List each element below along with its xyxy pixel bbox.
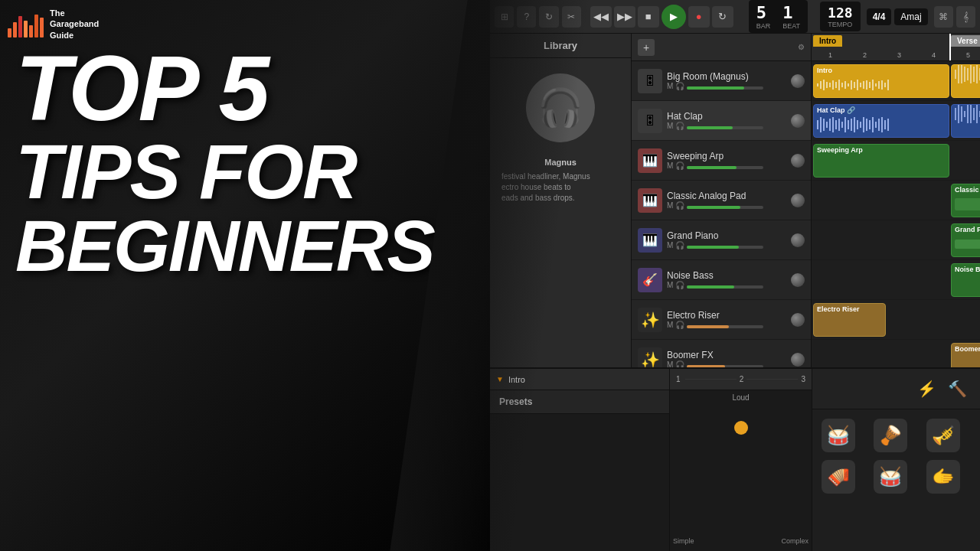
cycle-button[interactable]: ↻ [712, 6, 733, 28]
track-controls-noise-bass: M 🎧 [667, 281, 786, 289]
track-row[interactable]: 🎹 Grand Piano M 🎧 [632, 220, 811, 260]
svg-rect-7 [838, 80, 840, 90]
bottom-right-toolbar: ⚡ 🔨 [812, 369, 980, 409]
svg-rect-10 [848, 83, 849, 86]
clip-row-hat-clap: Hat Clap 🔗 [812, 101, 980, 141]
track-volume-fill [687, 206, 740, 209]
track-mute-btn[interactable]: M [667, 161, 673, 170]
clip-noise-bass-verse[interactable]: Noise Bass [951, 263, 980, 297]
clip-big-room-intro[interactable]: Intro [813, 64, 949, 98]
track-solo-btn[interactable]: 🎧 [675, 321, 684, 329]
instrument-icon-4[interactable]: 🪗 [822, 460, 855, 494]
track-row[interactable]: ✨ Boomer FX M 🎧 [632, 340, 811, 367]
clip-analog-pad-verse[interactable]: Classic Analog Pad [951, 184, 980, 217]
track-solo-btn[interactable]: 🎧 [675, 201, 684, 210]
record-button[interactable]: ● [688, 6, 710, 28]
clip-grand-piano-verse[interactable]: Grand Piano [951, 223, 980, 257]
rewind-button[interactable]: ◀◀ [590, 6, 612, 28]
toolbar-btn-extra2[interactable]: 𝄞 [956, 6, 975, 28]
track-knob[interactable] [791, 114, 805, 128]
track-row[interactable]: 🎸 Noise Bass M 🎧 [632, 260, 811, 300]
svg-rect-55 [829, 119, 831, 131]
track-solo-btn[interactable]: 🎧 [675, 360, 684, 367]
control-point-dot[interactable] [734, 421, 748, 435]
instrument-icon-6[interactable]: 🫱 [926, 460, 960, 494]
track-mute-btn[interactable]: M [667, 82, 673, 90]
track-row[interactable]: 🎛 Big Room (Magnus) M 🎧 [632, 61, 811, 101]
track-knob[interactable] [791, 233, 805, 247]
track-volume-bar[interactable] [687, 325, 763, 328]
clip-row-boomer-fx: Boomer FX 🔗 [812, 340, 980, 367]
track-controls-electro-riser: M 🎧 [667, 321, 786, 329]
track-solo-btn[interactable]: 🎧 [675, 82, 684, 90]
svg-rect-81 [973, 108, 975, 120]
add-track-button[interactable]: + [638, 39, 655, 56]
hammer-button[interactable]: 🔨 [943, 375, 971, 403]
track-mute-btn[interactable]: M [667, 281, 673, 289]
track-solo-btn[interactable]: 🎧 [675, 241, 684, 249]
track-info-big-room: Big Room (Magnus) M 🎧 [667, 71, 786, 90]
track-name-noise-bass: Noise Bass [667, 270, 786, 281]
track-volume-bar[interactable] [687, 285, 763, 289]
track-row[interactable]: ✨ Electro Riser M 🎧 [632, 300, 811, 340]
clip-row-noise-bass: Noise Bass [812, 260, 980, 300]
track-icon-analog-pad: 🎹 [638, 188, 662, 213]
track-mute-btn[interactable]: M [667, 241, 673, 249]
beat-number: 1 [782, 3, 800, 22]
track-row[interactable]: 🎹 Sweeping Arp M 🎧 [632, 141, 811, 181]
clip-boomer-fx[interactable]: Boomer FX 🔗 [951, 343, 980, 367]
position-display: 5 BAR 1 BEAT [749, 0, 808, 33]
track-knob[interactable] [791, 74, 805, 88]
track-solo-btn[interactable]: 🎧 [675, 122, 684, 130]
track-mute-btn[interactable]: M [667, 321, 673, 329]
track-knob[interactable] [791, 313, 805, 327]
track-knob[interactable] [791, 353, 805, 367]
clip-electro-riser-1[interactable]: Electro Riser [813, 303, 886, 337]
track-row[interactable]: 🎛 Hat Clap M 🎧 [632, 101, 811, 141]
toolbar-btn-extra1[interactable]: ⌘ [934, 6, 953, 28]
clip-hat-clap-verse[interactable] [951, 104, 980, 138]
track-icon-sweeping-arp: 🎹 [638, 148, 662, 173]
logo-bar-7 [40, 18, 44, 37]
track-row[interactable]: 🎹 Classic Analog Pad M 🎧 [632, 181, 811, 220]
track-volume-bar[interactable] [687, 86, 763, 90]
track-volume-bar[interactable] [687, 126, 763, 129]
lightning-button[interactable]: ⚡ [913, 375, 940, 403]
track-name-boomer-fx: Boomer FX [667, 350, 786, 360]
track-volume-bar[interactable] [687, 206, 763, 209]
track-info-analog-pad: Classic Analog Pad M 🎧 [667, 191, 786, 210]
track-mute-btn[interactable]: M [667, 360, 673, 367]
svg-rect-61 [848, 120, 849, 129]
ruler-mark-1: 1 [813, 51, 848, 59]
track-volume-bar[interactable] [687, 365, 763, 368]
logo-bar-2 [13, 22, 17, 37]
track-name-analog-pad: Classic Analog Pad [667, 191, 786, 201]
instrument-icon-1[interactable]: 🥁 [822, 419, 855, 452]
instrument-icon-3[interactable]: 🎺 [926, 419, 960, 452]
track-solo-btn[interactable]: 🎧 [675, 281, 684, 289]
clip-sweeping-arp-intro[interactable]: Sweeping Arp [813, 144, 949, 178]
svg-rect-80 [970, 105, 972, 123]
track-knob[interactable] [791, 194, 805, 207]
fast-forward-button[interactable]: ▶▶ [614, 6, 635, 28]
track-knob[interactable] [791, 154, 805, 168]
play-button[interactable]: ▶ [662, 5, 686, 29]
track-solo-btn[interactable]: 🎧 [675, 161, 684, 170]
clip-hat-clap-intro[interactable]: Hat Clap 🔗 [813, 104, 949, 138]
track-name-hat-clap: Hat Clap [667, 111, 786, 122]
track-knob[interactable] [791, 273, 805, 287]
track-volume-bar[interactable] [687, 166, 763, 169]
svg-rect-18 [872, 80, 874, 90]
track-mute-btn[interactable]: M [667, 201, 673, 210]
instrument-icon-5[interactable]: 🥁 [874, 460, 907, 494]
clip-big-room-verse[interactable] [951, 64, 980, 98]
instrument-icon-2[interactable]: 🪘 [874, 419, 907, 452]
filter-button[interactable]: ⚙ [798, 43, 805, 51]
track-mute-btn[interactable]: M [667, 122, 673, 130]
bpm-display[interactable]: 128 TEMPO [820, 2, 861, 31]
time-signature-display[interactable]: 4/4 [867, 8, 892, 25]
track-volume-bar[interactable] [687, 246, 763, 249]
stop-button[interactable]: ■ [638, 6, 659, 28]
svg-rect-63 [854, 117, 855, 132]
key-display[interactable]: Amaj [894, 8, 927, 25]
